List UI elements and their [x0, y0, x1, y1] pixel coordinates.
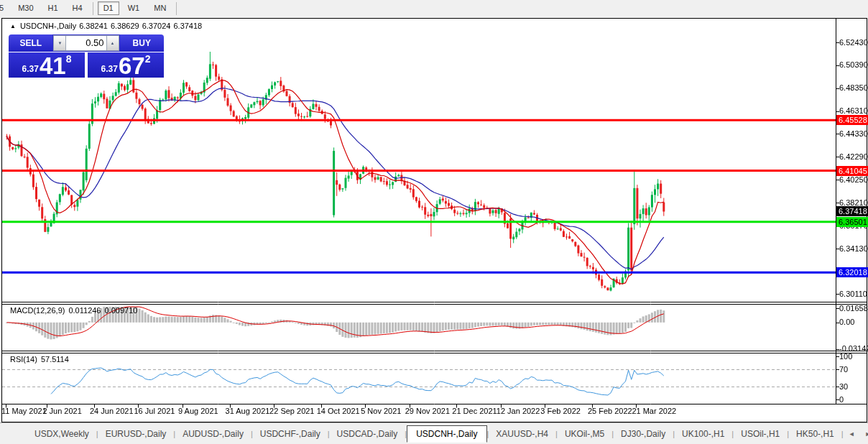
price-tick-label: 6.52430 [839, 38, 868, 47]
macd-value-signal: 0.009710 [105, 306, 138, 315]
hline-price-label: 6.41045 [836, 166, 868, 176]
macd-value-main: 0.011246 [68, 306, 101, 315]
toolbar-separator [93, 2, 93, 15]
ohlc-close: 6.37418 [173, 22, 202, 30]
timeframe-toolbar: 5M30H1H4D1W1MN [0, 0, 868, 17]
date-tick-label: 22 Sep 2021 [269, 407, 314, 415]
tab-usdcad-daily[interactable]: USDCAD-,Daily [330, 427, 405, 441]
buy-price-digits: 67 [119, 56, 145, 76]
ohlc-low: 6.37024 [142, 22, 171, 30]
date-tick-label: 31 Aug 2021 [226, 407, 270, 415]
buy-price-pip: 2 [145, 53, 151, 65]
volume-spinner: ▼ 0.50 ▲ [52, 34, 119, 52]
volume-input[interactable]: 0.50 [66, 35, 106, 51]
rsi-tick-label: 0 [839, 395, 844, 404]
chart-symbol-period: USDCNH-,Daily [20, 22, 76, 30]
tab-dj30-daily[interactable]: DJ30-,Daily [614, 427, 673, 441]
date-tick-label: 24 Jun 2021 [90, 407, 134, 415]
current-price-label: 6.37418 [836, 206, 868, 216]
timeframe-h1[interactable]: H1 [42, 1, 64, 15]
timeframe-m30[interactable]: M30 [12, 1, 39, 15]
rsi-value: 57.5114 [41, 355, 69, 364]
tab-scroll-controls: | ◄ ► [841, 430, 868, 438]
tab-scroll-right-icon[interactable]: ► [860, 430, 868, 438]
timeframe-mn[interactable]: MN [148, 1, 172, 15]
date-tick-label: 3 Feb 2022 [540, 407, 581, 415]
date-tick-label: 11 May 2021 [1, 407, 47, 415]
macd-name: MACD(12,26,9) [10, 306, 65, 315]
timeframe-h4[interactable]: H4 [67, 1, 88, 15]
date-tick-label: 21 Dec 2021 [452, 407, 497, 415]
buy-button[interactable]: BUY [120, 34, 164, 52]
tab-audusd-daily[interactable]: AUDUSD-,Daily [175, 427, 251, 441]
buy-price-prefix: 6.37 [101, 64, 118, 74]
rsi-tick-label: 30 [839, 382, 848, 392]
toolbar-separator [176, 2, 177, 15]
chart-title: ▲USDCNH-,Daily6.382416.386296.370246.374… [10, 22, 205, 30]
volume-decrease-icon[interactable]: ▼ [53, 35, 66, 51]
macd-tick-label: 0.00 [839, 318, 854, 327]
date-tick-label: 12 Jan 2022 [497, 407, 540, 415]
timeframe-d1[interactable]: D1 [98, 1, 119, 15]
date-tick-label: 16 Jul 2021 [134, 407, 175, 415]
macd-pane-label: MACD(12,26,9)0.0112460.009710 [10, 306, 141, 315]
timeframe-w1[interactable]: W1 [122, 1, 146, 15]
tab-usdchf-daily[interactable]: USDCHF-,Daily [253, 427, 328, 441]
chart-tab-bar: USDX,Weekly|EURUSD-,Daily|AUDUSD-,Daily|… [0, 422, 868, 444]
chart-window: ▲USDCNH-,Daily6.382416.386296.370246.374… [0, 18, 868, 422]
rsi-pane-label: RSI(14)57.5114 [10, 355, 73, 364]
price-tick-label: 6.48350 [839, 83, 868, 93]
sell-button[interactable]: SELL [9, 34, 52, 52]
tab-usdcnh-daily[interactable]: USDCNH-,Daily [407, 425, 486, 443]
macd-tick-label: 0.016586 [839, 304, 868, 313]
date-tick-label: 9 Aug 2021 [178, 407, 218, 415]
date-tick-label: 25 Feb 2022 [588, 407, 632, 415]
price-tick-label: 6.30110 [839, 290, 867, 299]
tab-uk100-h1[interactable]: UK100-,H1 [675, 427, 731, 441]
rsi-name: RSI(14) [10, 355, 37, 364]
date-tick-label: 21 Mar 2022 [632, 407, 676, 415]
tab-xauusd-h4[interactable]: XAUUSD-,H4 [489, 427, 555, 441]
mt4-application: 5M30H1H4D1W1MN ▲USDCNH-,Daily6.382416.38… [0, 0, 868, 444]
buy-price-box[interactable]: 6.37 67 2 [88, 52, 164, 78]
hline-price-label: 6.32018 [836, 267, 868, 277]
rsi-tick-label: 100 [839, 352, 852, 361]
chart-tabs: USDX,Weekly|EURUSD-,Daily|AUDUSD-,Daily|… [27, 425, 841, 443]
sell-price-prefix: 6.37 [22, 64, 39, 74]
sell-price-box[interactable]: 6.37 41 8 [9, 52, 85, 78]
one-click-trading-panel: SELL ▼ 0.50 ▲ BUY 6.37 41 8 6.37 67 2 [9, 34, 164, 78]
price-tick-label: 6.42290 [839, 152, 868, 162]
price-tick-label: 6.44330 [839, 129, 868, 139]
date-tick-label: 29 Nov 2021 [405, 407, 450, 415]
tab-eurusd-daily[interactable]: EURUSD-,Daily [98, 427, 174, 441]
tab-scroll-left-icon[interactable]: ◄ [844, 430, 860, 438]
price-tick-label: 6.34130 [839, 244, 868, 254]
date-tick-label: 14 Oct 2021 [317, 407, 360, 415]
rsi-tick-label: 70 [839, 365, 848, 374]
ohlc-open: 6.38241 [79, 22, 108, 30]
hline-price-label: 6.36501 [836, 217, 868, 227]
sell-price-digits: 41 [40, 56, 66, 76]
price-tick-label: 6.40250 [839, 175, 868, 185]
date-tick-label: 2 Jun 2021 [42, 407, 81, 415]
tab-usoil-h1[interactable]: USOil-,H1 [734, 427, 787, 441]
tab-ukoil-m5[interactable]: UKOil-,M5 [558, 427, 611, 441]
volume-increase-icon[interactable]: ▲ [106, 35, 119, 51]
tab-usdx-weekly[interactable]: USDX,Weekly [27, 427, 96, 441]
timeframe-5[interactable]: 5 [0, 1, 9, 15]
tab-hk50-h1[interactable]: HK50-,H1 [789, 427, 841, 441]
ohlc-high: 6.38629 [111, 22, 139, 30]
collapse-panel-icon[interactable]: ▲ [10, 23, 16, 29]
sell-price-pip: 8 [66, 53, 72, 65]
hline-price-label: 6.45528 [836, 115, 868, 125]
date-tick-label: 5 Nov 2021 [361, 407, 401, 415]
price-tick-label: 6.50390 [839, 60, 868, 70]
